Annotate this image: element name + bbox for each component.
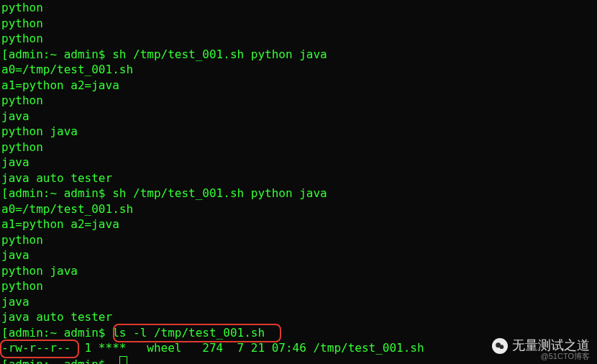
output-line: java	[1, 294, 596, 310]
prompt-line: [admin:~ admin$	[1, 356, 596, 365]
command-text: sh /tmp/test_001.sh python java	[112, 186, 327, 200]
output-line: java	[1, 109, 596, 124]
output-line: python	[1, 0, 596, 16]
output-line: a1=python a2=java	[1, 78, 596, 94]
output-line: a0=/tmp/test_001.sh	[1, 62, 596, 78]
output-line: java	[1, 247, 596, 263]
output-line: python	[1, 140, 596, 155]
output-line: a0=/tmp/test_001.sh	[1, 201, 596, 217]
prompt-prefix: [admin:~ admin$	[1, 186, 112, 200]
prompt-prefix: [admin:~ admin$	[1, 358, 112, 365]
watermark-sub: @51CTO博客	[541, 349, 590, 365]
prompt-line: [admin:~ admin$ sh /tmp/test_001.sh pyth…	[1, 186, 596, 201]
watermark: 无量测试之道 @51CTO博客	[492, 338, 590, 354]
output-line: java auto tester	[1, 309, 596, 325]
output-line: python	[1, 278, 596, 294]
command-text: ls -l /tmp/test_001.sh	[112, 326, 265, 340]
wechat-icon	[492, 338, 508, 354]
output-line: python	[1, 16, 596, 32]
terminal-output[interactable]: pythonpythonpython[admin:~ admin$ sh /tm…	[0, 0, 597, 364]
prompt-line: [admin:~ admin$ sh /tmp/test_001.sh pyth…	[1, 47, 596, 63]
cursor	[119, 356, 127, 365]
output-line: python	[1, 93, 596, 109]
output-line: python	[1, 31, 596, 47]
svg-point-1	[499, 345, 503, 349]
output-line: python	[1, 232, 596, 248]
output-line: python java	[1, 263, 596, 279]
output-line: a1=python a2=java	[1, 217, 596, 232]
command-text: sh /tmp/test_001.sh python java	[112, 47, 327, 61]
prompt-prefix: [admin:~ admin$	[1, 326, 112, 340]
output-line: java auto tester	[1, 170, 596, 186]
output-line: python java	[1, 124, 596, 140]
output-line: java	[1, 155, 596, 170]
prompt-prefix: [admin:~ admin$	[1, 47, 112, 61]
